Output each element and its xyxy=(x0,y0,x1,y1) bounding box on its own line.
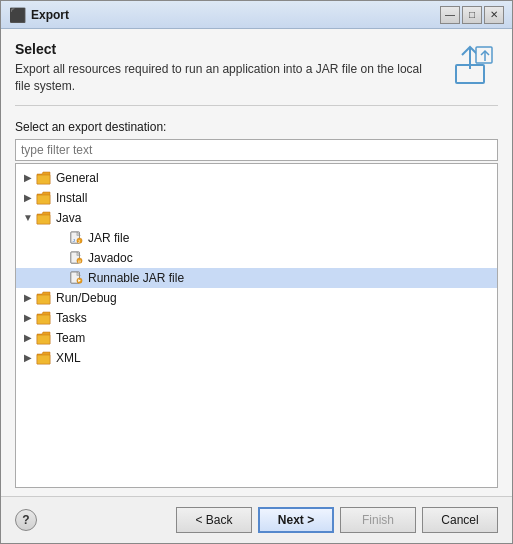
tree-label-runnable-jar: Runnable JAR file xyxy=(88,271,184,285)
tree-item-tasks[interactable]: ▶ Tasks xyxy=(16,308,497,328)
toggle-xml[interactable]: ▶ xyxy=(20,350,36,366)
toggle-java[interactable]: ▼ xyxy=(20,210,36,226)
tree-label-javadoc: Javadoc xyxy=(88,251,133,265)
next-button[interactable]: Next > xyxy=(258,507,334,533)
tree-item-general[interactable]: ▶ General xyxy=(16,168,497,188)
toggle-tasks[interactable]: ▶ xyxy=(20,310,36,326)
tree-label-install: Install xyxy=(56,191,87,205)
window-title: Export xyxy=(31,8,440,22)
jar-file-icon: J J xyxy=(68,231,84,245)
tree-item-java[interactable]: ▼ Java xyxy=(16,208,497,228)
header-text: Select Export all resources required to … xyxy=(15,41,440,95)
tree-container: ▶ General ▶ Install ▼ xyxy=(15,163,498,488)
svg-text:@: @ xyxy=(78,259,82,263)
main-content: Select Export all resources required to … xyxy=(1,29,512,496)
footer-buttons: < Back Next > Finish Cancel xyxy=(176,507,498,533)
svg-text:J: J xyxy=(78,239,80,243)
title-bar: ⬛ Export — □ ✕ xyxy=(1,1,512,29)
tree-item-install[interactable]: ▶ Install xyxy=(16,188,497,208)
tree-label-team: Team xyxy=(56,331,85,345)
tree-item-jar-file[interactable]: ▶ J J JAR file xyxy=(16,228,497,248)
folder-icon-java xyxy=(36,211,52,225)
toggle-rundebug[interactable]: ▶ xyxy=(20,290,36,306)
cancel-button[interactable]: Cancel xyxy=(422,507,498,533)
window-controls: — □ ✕ xyxy=(440,6,504,24)
tree-item-rundebug[interactable]: ▶ Run/Debug xyxy=(16,288,497,308)
footer: ? < Back Next > Finish Cancel xyxy=(1,496,512,543)
minimize-button[interactable]: — xyxy=(440,6,460,24)
tree-item-xml[interactable]: ▶ XML xyxy=(16,348,497,368)
tree-label-xml: XML xyxy=(56,351,81,365)
folder-icon-team xyxy=(36,331,52,345)
javadoc-icon: @ xyxy=(68,251,84,265)
folder-icon-install xyxy=(36,191,52,205)
header-section: Select Export all resources required to … xyxy=(15,41,498,106)
tree-label-general: General xyxy=(56,171,99,185)
finish-button[interactable]: Finish xyxy=(340,507,416,533)
toggle-team[interactable]: ▶ xyxy=(20,330,36,346)
toggle-install[interactable]: ▶ xyxy=(20,190,36,206)
close-button[interactable]: ✕ xyxy=(484,6,504,24)
window-icon: ⬛ xyxy=(9,7,25,23)
svg-rect-2 xyxy=(476,47,492,63)
header-icon xyxy=(450,41,498,89)
runnable-jar-icon xyxy=(68,271,84,285)
export-icon xyxy=(454,45,494,85)
folder-icon-tasks xyxy=(36,311,52,325)
filter-input[interactable] xyxy=(15,139,498,161)
dialog-description: Export all resources required to run an … xyxy=(15,61,440,95)
tree-label-java: Java xyxy=(56,211,81,225)
tree-item-runnable-jar[interactable]: ▶ Runnable JAR file xyxy=(16,268,497,288)
folder-icon-general xyxy=(36,171,52,185)
tree-label-jar-file: JAR file xyxy=(88,231,129,245)
help-button[interactable]: ? xyxy=(15,509,37,531)
folder-icon-xml xyxy=(36,351,52,365)
folder-icon-rundebug xyxy=(36,291,52,305)
toggle-general[interactable]: ▶ xyxy=(20,170,36,186)
dialog-title: Select xyxy=(15,41,440,57)
filter-label: Select an export destination: xyxy=(15,120,498,134)
tree-label-tasks: Tasks xyxy=(56,311,87,325)
tree-item-javadoc[interactable]: ▶ @ Javadoc xyxy=(16,248,497,268)
back-button[interactable]: < Back xyxy=(176,507,252,533)
tree-label-rundebug: Run/Debug xyxy=(56,291,117,305)
tree-item-team[interactable]: ▶ Team xyxy=(16,328,497,348)
export-dialog: ⬛ Export — □ ✕ Select Export all resourc… xyxy=(0,0,513,544)
maximize-button[interactable]: □ xyxy=(462,6,482,24)
